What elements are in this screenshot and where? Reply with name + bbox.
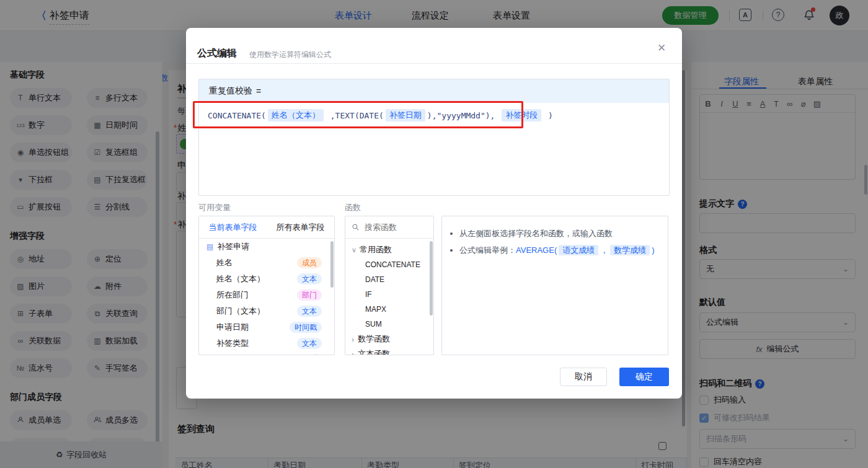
type-badge [312, 354, 322, 355]
variable-item[interactable]: 申请日期 时间戳 [199, 319, 334, 335]
formula-target-bar: 重复值校验 = [199, 79, 669, 103]
variables-scrollbar[interactable] [330, 241, 334, 288]
formula-text: CONCATENATE( [208, 111, 266, 120]
help-line-1: 从左侧面板选择字段名和函数，或输入函数 [459, 225, 668, 242]
functions-label: 函数 [345, 202, 361, 213]
formula-text: ),"yyyyMMdd"), [427, 111, 500, 120]
function-item[interactable]: CONCATENATE [352, 257, 433, 272]
confirm-button[interactable]: 确定 [619, 368, 669, 386]
example-label: 公式编辑举例： [459, 245, 516, 255]
formula-edit-modal: 公式编辑 使用数学运算符编辑公式 ✕ 重复值校验 = CONCATENATE( … [186, 28, 682, 399]
form-doc-icon: ▤ [206, 242, 213, 251]
equals-sign: = [256, 86, 261, 96]
modal-subtitle: 使用数学运算符编辑公式 [249, 50, 331, 60]
form-node-name: 补签申请 [217, 241, 249, 252]
help-line-2: 公式编辑举例：AVERAGE(语文成绩，数学成绩) [459, 242, 668, 258]
tab-current-form-fields[interactable]: 当前表单字段 [199, 216, 267, 238]
formula-field-pill[interactable]: 补签时段 [502, 109, 541, 121]
variable-item[interactable]: 姓名 成员 [199, 255, 334, 271]
modal-header-divider [186, 63, 682, 64]
type-badge: 文本 [297, 338, 322, 349]
variable-name: 姓名（文本） [216, 273, 265, 285]
variable-item-clipped[interactable] [199, 351, 334, 355]
variable-item[interactable]: 姓名（文本） 文本 [199, 271, 334, 287]
group-label: 数学函数 [358, 333, 390, 345]
cancel-button[interactable]: 取消 [560, 368, 607, 386]
formula-field-pill[interactable]: 补签日期 [386, 109, 425, 121]
formula-content[interactable]: CONCATENATE( 姓名（文本） ,TEXT(DATE( 补签日期 ),"… [199, 103, 669, 128]
function-search[interactable] [345, 216, 433, 239]
variables-label: 可用变量 [198, 202, 231, 213]
functions-panel: 常用函数 CONCATENATE DATE IF MAPX SUM 数学函数 文… [345, 216, 434, 355]
example-comma: ， [600, 245, 608, 255]
app-screen: 〈 补签申请 表单设计 流程设定 表单设置 数据管理 A ? 政 ⊘ 表单外链 … [0, 0, 868, 468]
function-group-text[interactable]: 文本函数 [352, 347, 433, 355]
function-group-math[interactable]: 数学函数 [352, 332, 433, 347]
function-group-common[interactable]: 常用函数 [352, 242, 433, 257]
formula-text: ) [543, 111, 553, 120]
type-badge: 文本 [297, 306, 322, 317]
group-label: 常用函数 [360, 244, 392, 255]
variable-item[interactable]: 部门（文本） 文本 [199, 303, 334, 319]
variable-name: 申请日期 [216, 322, 249, 333]
formula-editor[interactable]: 重复值校验 = CONCATENATE( 姓名（文本） ,TEXT(DATE( … [198, 79, 670, 196]
type-badge: 成员 [297, 257, 322, 268]
variable-name: 补签类型 [216, 338, 249, 349]
variable-item[interactable]: 所在部门 部门 [199, 287, 334, 303]
type-badge: 文本 [297, 273, 322, 285]
type-badge: 时间戳 [290, 322, 322, 333]
functions-scrollbar[interactable] [430, 241, 433, 316]
formula-target-label: 重复值校验 [209, 86, 252, 97]
formula-field-pill[interactable]: 姓名（文本） [268, 109, 324, 121]
example-function: AVERAGE( [516, 245, 557, 255]
variable-item[interactable]: 补签类型 文本 [199, 335, 334, 351]
variable-name: 姓名 [216, 257, 232, 268]
variables-tabs: 当前表单字段 所有表单字段 [199, 216, 334, 239]
type-badge: 部门 [297, 289, 322, 301]
function-item[interactable]: SUM [352, 317, 433, 332]
close-icon[interactable]: ✕ [657, 42, 666, 55]
variable-name: 部门（文本） [216, 306, 265, 317]
example-pill: 数学成绩 [610, 245, 650, 255]
function-item[interactable]: MAPX [352, 302, 433, 317]
variable-form-node[interactable]: ▤ 补签申请 [199, 239, 334, 255]
variable-name: 所在部门 [216, 289, 249, 301]
help-panel: 从左侧面板选择字段名和函数，或输入函数 公式编辑举例：AVERAGE(语文成绩，… [441, 216, 668, 355]
variables-panel: 当前表单字段 所有表单字段 ▤ 补签申请 姓名 成员 姓名（文本） 文本 所在部… [198, 216, 335, 355]
search-icon [352, 223, 360, 231]
search-input[interactable] [363, 222, 422, 232]
group-label: 文本函数 [358, 348, 390, 355]
example-close-paren: ) [652, 245, 654, 255]
tab-all-form-fields[interactable]: 所有表单字段 [267, 216, 334, 238]
function-item[interactable]: IF [352, 287, 433, 302]
function-item[interactable]: DATE [352, 272, 433, 287]
example-pill: 语文成绩 [559, 245, 598, 255]
modal-title: 公式编辑 [197, 47, 237, 60]
formula-text: ,TEXT(DATE( [326, 111, 384, 120]
